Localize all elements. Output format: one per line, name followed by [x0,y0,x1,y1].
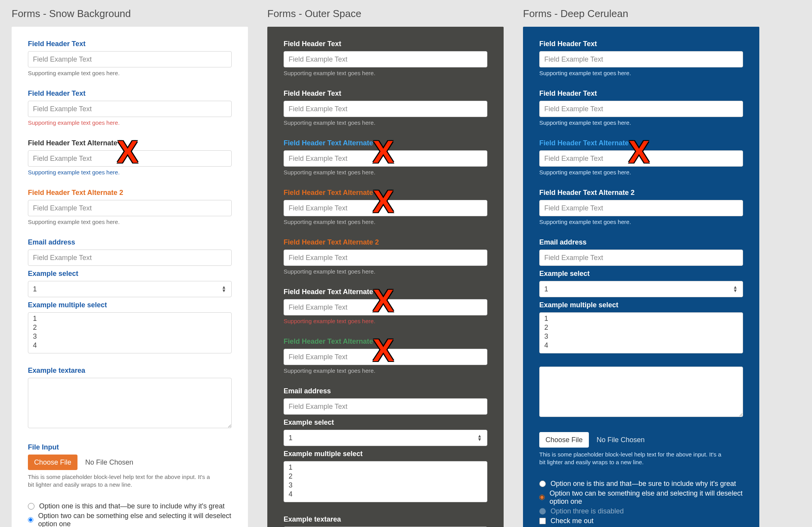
field-header: Field Header Text [539,40,743,48]
select-label: Example select [284,418,487,427]
email-label: Email address [28,238,232,246]
textarea-block: Example textarea [28,367,232,430]
file-help-text: This is some placeholder block-level hel… [539,451,725,467]
multiselect-option[interactable]: 4 [289,490,482,499]
radio-option[interactable]: Option two can be something else and sel… [28,512,232,527]
radio-input[interactable] [28,503,34,510]
radio-label: Option one is this and that—be sure to i… [39,502,225,510]
supporting-text: Supporting example text goes here. [539,169,743,176]
choose-file-button[interactable]: Choose File [28,455,77,470]
radio-group: Option one is this and that—be sure to i… [28,502,232,527]
text-input[interactable] [28,200,232,216]
example-select[interactable]: 1 [539,281,743,297]
multiselect-option[interactable]: 2 [544,323,738,332]
radio-option: Option three is disabled [539,507,743,515]
supporting-text: Supporting example text goes here. [539,219,743,225]
email-input[interactable] [28,250,232,266]
email-input[interactable] [284,398,487,415]
text-input[interactable] [284,200,487,216]
radio-input[interactable] [539,480,546,487]
text-input[interactable] [539,51,743,67]
text-input[interactable] [28,51,232,67]
field-header: Field Header Text [28,90,232,98]
checkbox-label: Check me out [551,517,594,525]
multiselect-option[interactable]: 2 [289,472,482,481]
field-block: Field Header TextSupporting example text… [539,90,743,126]
text-input[interactable] [539,150,743,167]
multiselect-block: Example multiple select1234 [28,301,232,353]
text-input[interactable] [284,150,487,167]
radio-option[interactable]: Option one is this and that—be sure to i… [539,480,743,488]
text-input[interactable] [539,200,743,216]
email-input[interactable] [539,250,743,266]
field-block: Field Header Text Alternate 2Supporting … [284,238,487,275]
panel-title: Forms - Deep Cerulean [523,8,759,20]
email-block: Email address [284,387,487,415]
checkbox-option[interactable]: Check me out [539,517,743,525]
multiselect-option[interactable]: 1 [289,463,482,472]
multiselect-option[interactable]: 4 [33,341,227,350]
radio-input [539,508,546,515]
radio-option[interactable]: Option two can be something else and sel… [539,489,743,506]
field-header: Field Header Text Alternate 2 [284,288,487,296]
field-header: Field Header Text [284,40,487,48]
example-select[interactable]: 1 [284,430,487,446]
radio-option[interactable]: Option one is this and that—be sure to i… [28,502,232,510]
field-block: Field Header TextSupporting example text… [284,90,487,126]
field-header: Field Header Text Alternate 2 [284,338,487,346]
radio-input[interactable] [539,494,545,501]
text-input[interactable] [539,101,743,117]
text-input[interactable] [28,101,232,117]
radio-label: Option three is disabled [551,507,624,515]
radio-label: Option two can be something else and sel… [549,489,743,506]
email-label: Email address [539,238,743,246]
radio-label: Option one is this and that—be sure to i… [551,480,736,488]
text-input[interactable] [284,349,487,365]
multiselect-option[interactable]: 1 [544,314,738,323]
form-panel: Field Header TextSupporting example text… [267,27,504,527]
example-multiselect[interactable]: 1234 [539,312,743,353]
field-header: Field Header Text Alternate 2 [284,238,487,246]
example-textarea[interactable] [539,367,743,417]
email-block: Email address [28,238,232,266]
field-block: Field Header Text AlternateSupporting ex… [539,139,743,176]
multiselect-option[interactable]: 3 [289,481,482,490]
file-status: No File Chosen [85,458,133,467]
field-header: Field Header Text Alternate [539,139,743,147]
supporting-text: Supporting example text goes here. [284,318,487,324]
example-select[interactable]: 1 [28,281,232,297]
textarea-label: Example textarea [28,367,232,375]
email-block: Email address [539,238,743,266]
text-input[interactable] [284,250,487,266]
supporting-text: Supporting example text goes here. [28,70,232,76]
example-multiselect[interactable]: 1234 [28,312,232,353]
file-block: Choose FileNo File ChosenThis is some pl… [539,432,743,467]
text-input[interactable] [284,101,487,117]
choose-file-button[interactable]: Choose File [539,432,589,448]
multiselect-option[interactable]: 2 [33,323,227,332]
select-block: Example select1▲▼ [539,270,743,297]
example-textarea[interactable] [28,378,232,428]
field-header: Field Header Text Alternate 2 [28,189,232,197]
multiselect-option[interactable]: 4 [544,341,738,350]
text-input[interactable] [28,150,232,167]
supporting-text: Supporting example text goes here. [284,268,487,275]
field-block: Field Header TextSupporting example text… [28,90,232,126]
supporting-text: Supporting example text goes here. [28,119,232,126]
radio-input[interactable] [28,517,33,523]
checkbox-input[interactable] [539,518,546,524]
form-panel: Field Header TextSupporting example text… [523,27,759,527]
supporting-text: Supporting example text goes here. [284,219,487,225]
multiselect-label: Example multiple select [284,450,487,458]
multiselect-option[interactable]: 1 [33,314,227,323]
supporting-text: Supporting example text goes here. [284,70,487,76]
file-status: No File Chosen [597,436,645,444]
multiselect-option[interactable]: 3 [33,332,227,341]
text-input[interactable] [284,51,487,67]
field-block: Field Header TextSupporting example text… [28,40,232,76]
select-block: Example select1▲▼ [28,270,232,297]
example-multiselect[interactable]: 1234 [284,461,487,502]
field-block: Field Header Text Alternate 2Supporting … [284,288,487,324]
multiselect-option[interactable]: 3 [544,332,738,341]
text-input[interactable] [284,299,487,315]
